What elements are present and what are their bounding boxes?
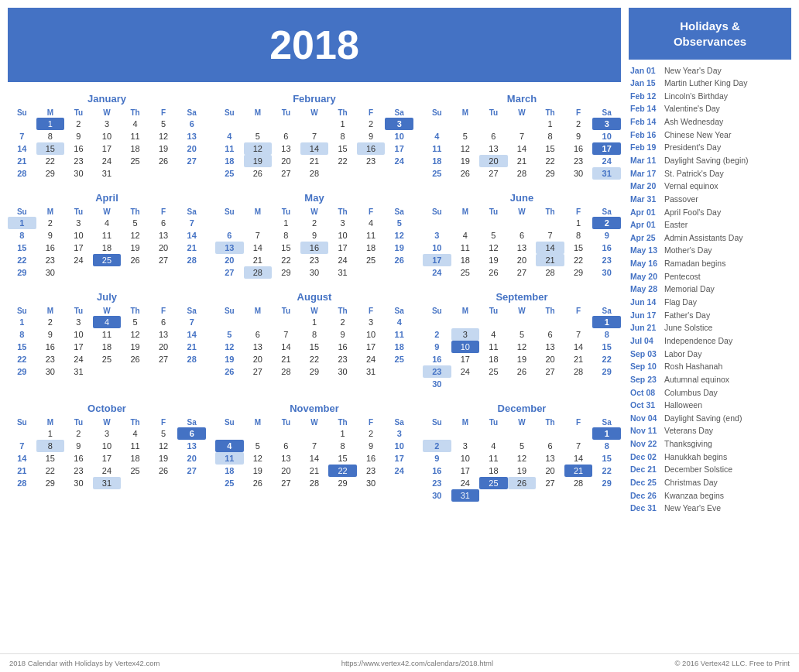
cal-day: 25 [215,477,244,489]
cal-day: 26 [479,266,508,279]
cal-day: 5 [121,217,149,229]
cal-day [536,316,564,328]
cal-day: 4 [121,118,149,130]
cal-day: 2 [328,316,357,328]
cal-day: 9 [357,440,386,452]
month-march: MarchSuMTuWThFSa123456789101112131415161… [423,93,621,180]
list-item: Feb 19President's Day [629,142,791,155]
cal-day: 17 [451,465,480,477]
cal-day: 21 [8,465,36,477]
day-header-su: Su [215,306,244,316]
cal-day: 17 [385,142,413,155]
day-header-th: Th [328,108,357,118]
list-item: Oct 31Halloween [629,399,791,413]
list-item: Feb 16Chinese New Year [629,129,791,142]
cal-day: 10 [357,328,386,341]
cal-day: 15 [564,242,593,254]
cal-day: 1 [328,427,357,440]
day-header-tu: Tu [479,417,508,427]
cal-day: 24 [64,254,93,266]
cal-day: 23 [423,365,451,378]
cal-day [564,427,593,440]
cal-day: 27 [508,266,537,279]
cal-day: 18 [121,142,149,155]
month-title: May [215,192,413,204]
day-header-th: Th [536,207,564,217]
cal-day: 5 [215,328,244,341]
list-item: May 13Mother's Day [629,245,791,258]
day-header-w: W [508,207,537,217]
day-header-w: W [93,417,122,427]
cal-day: 2 [36,217,65,229]
cal-day: 26 [451,167,480,180]
cal-day: 29 [8,266,36,279]
cal-day: 4 [479,440,508,452]
year-header: 2018 [8,8,621,82]
cal-day: 13 [479,142,508,155]
holiday-date: Apr 25 [630,233,660,244]
cal-day: 30 [300,266,329,279]
cal-day: 13 [536,341,564,353]
cal-day: 3 [328,217,357,229]
cal-day: 12 [121,328,149,341]
day-header-f: F [564,417,593,427]
list-item: Jun 21June Solstice [629,322,791,335]
holiday-date: Feb 14 [630,117,660,128]
cal-day: 4 [423,130,451,142]
cal-day: 22 [272,254,300,266]
day-header-w: W [300,306,329,316]
cal-day [479,378,508,390]
holiday-name: Daylight Saving (end) [664,413,742,424]
cal-day: 19 [508,353,537,365]
list-item: Apr 25Admin Assistants Day [629,231,791,245]
cal-day [93,365,122,378]
cal-day: 9 [64,440,93,452]
cal-day: 3 [93,118,122,130]
list-item: Feb 14Ash Wednesday [629,116,791,129]
day-header-sa: Sa [385,306,413,316]
day-header-sa: Sa [177,207,206,217]
cal-day: 14 [564,341,593,353]
day-header-w: W [508,306,537,316]
cal-day: 3 [64,217,93,229]
cal-day: 13 [536,452,564,465]
holiday-name: Mother's Day [664,245,712,256]
holiday-date: Feb 14 [630,104,660,115]
cal-table: SuMTuWThFSa12345678910111213141516171819… [215,417,413,489]
cal-day: 22 [36,155,65,167]
cal-day: 15 [328,452,357,465]
list-item: Jun 17Father's Day [629,309,791,322]
list-item: May 20Pentecost [629,270,791,283]
cal-day: 8 [8,229,36,242]
cal-day: 14 [8,452,36,465]
day-header-su: Su [8,207,36,217]
cal-day: 2 [357,118,386,130]
cal-day: 5 [451,130,480,142]
cal-day: 28 [244,266,273,279]
day-header-m: M [36,417,65,427]
cal-day: 20 [272,155,300,167]
cal-day: 16 [423,465,451,477]
cal-day: 23 [357,155,386,167]
month-november: NovemberSuMTuWThFSa123456789101112131415… [215,403,413,502]
cal-day [508,118,537,130]
cal-day: 2 [357,427,386,440]
cal-day: 14 [508,142,537,155]
cal-day: 29 [592,477,621,489]
holiday-date: Dec 31 [630,503,660,514]
holiday-name: December Solstice [664,465,732,475]
cal-day: 14 [300,452,329,465]
cal-day: 12 [385,229,413,242]
holiday-date: Oct 31 [630,400,660,411]
cal-day [508,378,537,390]
list-item: Jun 14Flag Day [629,297,791,310]
day-header-m: M [451,108,480,118]
cal-day: 2 [64,118,93,130]
cal-day: 3 [423,229,451,242]
cal-day: 3 [592,118,621,130]
cal-day: 23 [64,465,93,477]
cal-day [536,217,564,229]
cal-day: 16 [36,341,65,353]
cal-day: 4 [215,130,244,142]
cal-day [244,316,273,328]
